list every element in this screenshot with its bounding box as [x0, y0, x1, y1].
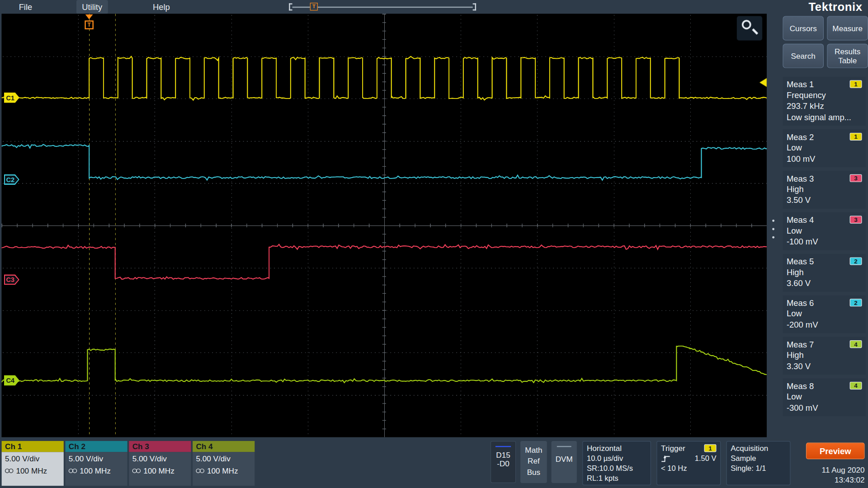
dvm-label: DVM: [552, 455, 577, 464]
meas-line: Low: [787, 308, 862, 319]
record-view-bar[interactable]: T: [289, 3, 476, 11]
results-sidebar: Cursors Measure Search Results Table Mea…: [777, 14, 868, 437]
dvm-accent-line: [557, 446, 571, 447]
meas-panel-7[interactable]: Meas 7 4 High 3.30 V: [783, 337, 866, 375]
meas-title: Meas 5: [787, 257, 814, 266]
meas-panel-8[interactable]: Meas 8 4 Low -300 mV: [783, 379, 866, 416]
channel-badge-ch2[interactable]: Ch 2 5.00 V/div 100 MHz: [65, 441, 127, 486]
meas-panel-1[interactable]: Meas 1 1 Frequency 293.7 kHz Low signal …: [783, 77, 866, 126]
trigger-level: 1.50 V: [695, 454, 717, 464]
meas-line: Low: [787, 142, 862, 153]
channel-marker-c4[interactable]: C4: [4, 375, 19, 385]
measure-button[interactable]: Measure: [827, 16, 868, 41]
meas-line: 100 mV: [787, 153, 862, 164]
acquisition-panel[interactable]: Acquisition Sample Single: 1/1: [726, 441, 791, 485]
meas-title: Meas 1: [787, 80, 814, 89]
meas-badge: 4: [850, 340, 862, 348]
record-line: [292, 6, 473, 7]
trigger-frequency: < 10 Hz: [661, 464, 716, 474]
channel-marker-c3[interactable]: C3: [4, 274, 19, 285]
meas-badge: 4: [850, 382, 862, 389]
cursors-button[interactable]: Cursors: [783, 16, 824, 41]
top-menu-bar: File Utility Help T Tektronix: [0, 0, 868, 14]
trigger-badge: 1: [704, 444, 717, 452]
zoom-button[interactable]: [737, 16, 762, 41]
acquisition-single: Single: 1/1: [731, 464, 786, 474]
datetime-display: 11 Aug 2020 13:43:02: [822, 465, 865, 485]
trigger-panel[interactable]: Trigger 1 1.50 V < 10 Hz: [656, 441, 721, 485]
meas-line: High: [787, 184, 862, 195]
channel-badge-ch3[interactable]: Ch 3 5.00 V/div 100 MHz: [129, 441, 191, 486]
horizontal-record-length: RL:1 kpts: [587, 474, 646, 483]
time-text: 13:43:02: [822, 475, 865, 485]
channel-vdiv: 5.00 V/div: [132, 454, 188, 463]
meas-panel-3[interactable]: Meas 3 3 High 3.50 V: [783, 171, 866, 208]
waveform-display[interactable]: [2, 14, 767, 437]
results-table-button[interactable]: Results Table: [827, 44, 868, 68]
channel-badge-ch4[interactable]: Ch 4 5.00 V/div 100 MHz: [193, 441, 255, 486]
bandwidth-icon: [69, 469, 77, 473]
meas-line: 3.50 V: [787, 195, 862, 206]
channel-vdiv: 5.00 V/div: [196, 454, 251, 463]
math-ref-bus-button[interactable]: Math Ref Bus: [520, 441, 547, 483]
channel-bandwidth: 100 MHz: [16, 466, 47, 475]
dvm-button[interactable]: DVM: [552, 441, 577, 483]
channel-vdiv: 5.00 V/div: [69, 454, 124, 463]
edge-trigger-icon: [661, 455, 671, 463]
meas-title: Meas 7: [787, 339, 814, 349]
acquisition-title: Acquisition: [731, 443, 768, 454]
panel-drag-handle[interactable]: [771, 220, 776, 239]
meas-panel-2[interactable]: Meas 2 1 Low 100 mV: [783, 130, 866, 167]
meas-line: High: [787, 267, 862, 277]
record-trigger-marker[interactable]: T: [310, 3, 318, 10]
meas-badge: 1: [850, 80, 862, 88]
horizontal-panel[interactable]: Horizontal 10.0 µs/div SR:10.0 MS/s RL:1…: [582, 441, 651, 485]
menu-file[interactable]: File: [13, 0, 38, 14]
meas-panel-4[interactable]: Meas 4 3 Low -100 mV: [783, 212, 866, 250]
channel-marker-label: C1: [4, 92, 19, 103]
meas-badge: 2: [850, 299, 862, 306]
meas-line: -100 mV: [787, 236, 862, 247]
channel-label: Ch 3: [129, 441, 191, 452]
meas-badge: 3: [850, 174, 862, 182]
bandwidth-icon: [196, 469, 204, 473]
trigger-position-marker[interactable]: T: [84, 14, 94, 29]
meas-panel-6[interactable]: Meas 6 2 Low -200 mV: [783, 296, 866, 333]
oscilloscope-screen: File Utility Help T Tektronix T C1 C2: [0, 0, 868, 488]
trigger-level-arrow[interactable]: [760, 78, 767, 87]
search-button[interactable]: Search: [783, 44, 824, 68]
bottom-status-bar: Ch 1 5.00 V/div 100 MHz Ch 2 5.00 V/div …: [0, 439, 868, 488]
meas-line: -300 mV: [787, 402, 862, 413]
channel-marker-c1[interactable]: C1: [4, 92, 19, 103]
record-bracket-right: [473, 3, 476, 10]
channel-badge-ch1[interactable]: Ch 1 5.00 V/div 100 MHz: [2, 441, 64, 486]
horizontal-scale: 10.0 µs/div: [587, 454, 646, 464]
meas-title: Meas 2: [787, 132, 814, 141]
acquisition-mode: Sample: [731, 454, 786, 464]
bus-label: Bus: [520, 466, 547, 477]
magnifier-handle: [752, 28, 758, 35]
waveform-area[interactable]: T C1 C2 C3 C4: [2, 14, 767, 437]
channel-label: Ch 4: [193, 441, 255, 452]
math-label: Math: [520, 444, 547, 455]
digital-channels-button[interactable]: D15 -D0: [491, 441, 516, 483]
channel-marker-label: C2: [4, 174, 19, 185]
channel-label: Ch 2: [65, 441, 127, 452]
sidebar-buttons: Cursors Measure Search Results Table: [777, 14, 868, 68]
meas-line: 293.7 kHz: [787, 101, 862, 112]
bandwidth-icon: [132, 469, 141, 473]
channel-marker-c2[interactable]: C2: [4, 174, 19, 185]
meas-badge: 1: [850, 133, 862, 141]
meas-title: Meas 3: [787, 174, 814, 183]
menu-utility[interactable]: Utility: [76, 0, 108, 14]
bandwidth-icon: [5, 469, 13, 473]
meas-panel-5[interactable]: Meas 5 2 High 3.60 V: [783, 254, 866, 291]
meas-title: Meas 6: [787, 298, 814, 307]
preview-button[interactable]: Preview: [806, 443, 865, 460]
menu-help[interactable]: Help: [147, 0, 175, 14]
meas-badge: 2: [850, 257, 862, 265]
trigger-arrow-icon: [85, 14, 93, 19]
horizontal-title: Horizontal: [587, 443, 622, 454]
digital-accent-line: [495, 446, 511, 447]
meas-title: Meas 4: [787, 215, 814, 225]
